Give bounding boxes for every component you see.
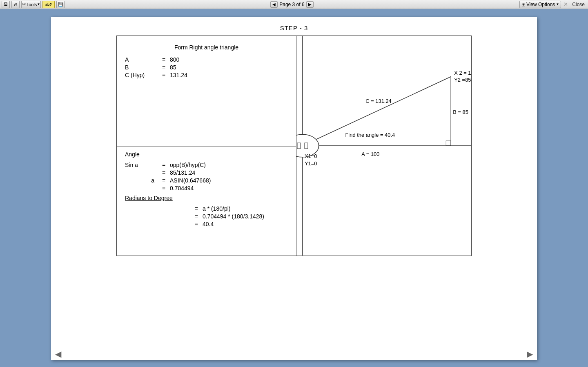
- math-row-b: B = 85: [125, 64, 288, 71]
- label-b: B: [125, 64, 158, 71]
- svg-rect-6: [297, 143, 301, 149]
- svg-rect-4: [446, 141, 451, 146]
- text-btn[interactable]: ab?: [42, 1, 55, 8]
- form-triangle-title: Form Right angle triangle: [125, 44, 288, 51]
- page-info: Page 3 of 6: [279, 2, 304, 7]
- view-options-chevron-icon: ▼: [556, 2, 559, 6]
- eq-r1: =: [190, 205, 203, 212]
- val-a: 800: [170, 56, 288, 63]
- val-asin: ASIN(0.647668): [170, 177, 288, 184]
- eq-asin: =: [158, 177, 170, 184]
- y2-label: Y2 =85: [454, 77, 471, 83]
- toolbar-btn-1[interactable]: 🖫: [2, 1, 10, 8]
- toolbar-btn-2[interactable]: 🖨: [11, 1, 20, 8]
- eq-r3: =: [190, 221, 203, 227]
- label-sina: Sin a: [125, 162, 158, 168]
- label-asin: a: [125, 177, 158, 184]
- left-lower: Angle Sin a = opp(B)/hyp(C) = 85/131.24 …: [117, 147, 296, 233]
- prev-page-btn[interactable]: ◀: [270, 1, 278, 8]
- eq-sina: =: [158, 162, 170, 168]
- toolbar-left: 🖫 🖨 ✂ Tools ▼ ab? 💾: [2, 1, 65, 8]
- math-row-r2: = 0.704494 * (180/3.1428): [125, 213, 288, 220]
- math-row-sin2: = 85/131.24: [125, 169, 288, 176]
- bottom-nav: ◀ ▶: [51, 348, 537, 360]
- tools-label: Tools: [27, 2, 37, 7]
- eq-sin2: =: [158, 169, 170, 176]
- math-row-r3: = 40.4: [125, 221, 288, 227]
- label-c: C (Hyp): [125, 72, 158, 78]
- right-panel: X 2 = 100 Y2 =85 B = 85 C = 131.24 A = 1…: [296, 36, 471, 256]
- math-row-c: C (Hyp) = 131.24: [125, 72, 288, 78]
- x2-label: X 2 = 100: [454, 70, 471, 76]
- val-b: 85: [170, 64, 288, 71]
- left-panel: Form Right angle triangle A = 800 B = 85…: [117, 36, 296, 256]
- b-label: B = 85: [453, 109, 468, 115]
- close-label: Close: [572, 2, 585, 7]
- toolbar: 🖫 🖨 ✂ Tools ▼ ab? 💾 ◀ Page 3 of 6 ▶ ⊞ Vi…: [0, 0, 588, 9]
- a-label: A = 100: [361, 151, 379, 157]
- y1-label: Y1=0: [305, 160, 317, 167]
- eq-c: =: [158, 72, 170, 78]
- label-a: A: [125, 56, 158, 63]
- val-aval: 0.704494: [170, 185, 288, 191]
- x1-label: X1=0: [305, 153, 317, 159]
- save-btn[interactable]: 💾: [56, 1, 65, 8]
- svg-rect-7: [305, 143, 308, 149]
- val-sina: opp(B)/hyp(C): [170, 162, 288, 168]
- angle-find-label: Find the angle = 40.4: [345, 132, 395, 138]
- separator: ✕: [564, 1, 568, 7]
- main-area: STEP - 3 Form Right angle triangle A = 8…: [0, 9, 588, 367]
- math-row-sina: Sin a = opp(B)/hyp(C): [125, 162, 288, 168]
- radians-heading: Radians to Degree: [125, 195, 173, 201]
- math-row-aval: = 0.704494: [125, 185, 288, 191]
- tools-chevron-icon: ▼: [37, 2, 40, 6]
- toolbar-right: ⊞ View Options ▼ ✕ Close: [519, 1, 586, 8]
- eq-a: =: [158, 56, 170, 63]
- close-btn[interactable]: Close: [570, 1, 586, 8]
- next-arrow-btn[interactable]: ▶: [527, 350, 533, 358]
- math-row-a: A = 800: [125, 56, 288, 63]
- view-options-icon: ⊞: [521, 2, 526, 7]
- view-options-btn[interactable]: ⊞ View Options ▼: [519, 1, 561, 8]
- diagram-svg: X 2 = 100 Y2 =85 B = 85 C = 131.24 A = 1…: [296, 36, 471, 256]
- val-r1: a * (180/pi): [203, 205, 288, 212]
- left-upper: Form Right angle triangle A = 800 B = 85…: [117, 40, 296, 147]
- diagram-container: Form Right angle triangle A = 800 B = 85…: [116, 36, 472, 256]
- next-page-btn[interactable]: ▶: [306, 1, 314, 8]
- math-row-asin: a = ASIN(0.647668): [125, 177, 288, 184]
- c-label: C = 131.24: [365, 98, 392, 104]
- scissors-icon: ✂: [22, 2, 26, 7]
- prev-arrow-btn[interactable]: ◀: [55, 350, 61, 358]
- view-options-label: View Options: [526, 2, 555, 7]
- val-sin2: 85/131.24: [170, 169, 288, 176]
- val-r2: 0.704494 * (180/3.1428): [203, 213, 288, 220]
- toolbar-center: ◀ Page 3 of 6 ▶: [270, 1, 313, 8]
- math-row-r1: = a * (180/pi): [125, 205, 288, 212]
- eq-b: =: [158, 64, 170, 71]
- eq-r2: =: [190, 213, 203, 220]
- tools-btn[interactable]: ✂ Tools ▼: [21, 1, 41, 8]
- step-title: STEP - 3: [280, 24, 308, 31]
- angle-heading: Angle: [125, 151, 140, 158]
- val-r3: 40.4: [203, 221, 288, 227]
- val-c: 131.24: [170, 72, 288, 78]
- document-page: STEP - 3 Form Right angle triangle A = 8…: [51, 17, 537, 360]
- eq-aval: =: [158, 185, 170, 191]
